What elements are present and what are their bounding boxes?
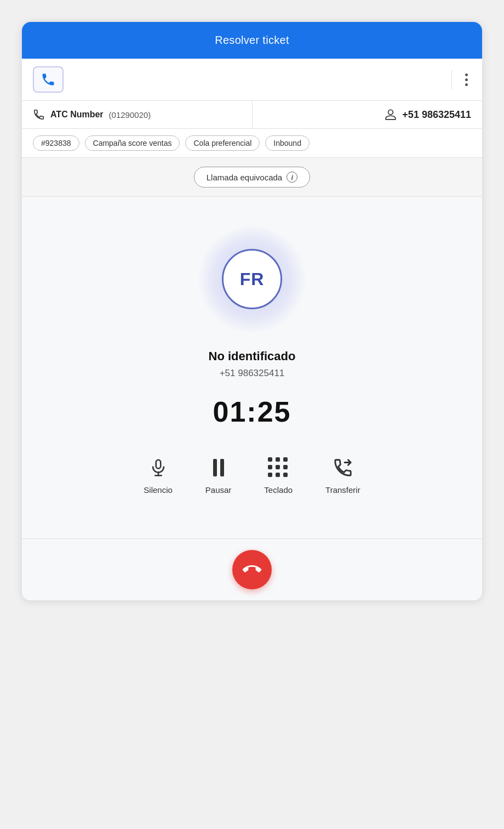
call-area: FR No identificado +51 986325411 01:25: [22, 197, 482, 538]
transfer-icon: [331, 456, 355, 480]
pause-icon: [207, 456, 231, 480]
caller-phone: +51 986325411: [402, 109, 471, 121]
avatar-glow: FR: [197, 224, 307, 334]
phone-icon: [41, 72, 56, 87]
call-timer: 01:25: [213, 395, 291, 428]
wrong-call-row: Llamada equivocada i: [22, 158, 482, 197]
tag-campaign: Campaña score ventas: [85, 135, 180, 151]
call-controls: Silencio Pausar: [33, 456, 471, 495]
atc-section: ATC Number (01290020): [22, 101, 253, 128]
tag-ticket: #923838: [33, 135, 79, 151]
phone-tab-button[interactable]: [33, 66, 64, 93]
phone-handset-icon: [33, 109, 45, 121]
svg-rect-0: [156, 460, 161, 469]
info-icon: i: [287, 172, 297, 183]
wrong-call-label: Llamada equivocada: [207, 173, 282, 182]
more-dot: [465, 83, 468, 86]
atc-number: (01290020): [109, 110, 151, 120]
atc-label: ATC Number: [50, 110, 104, 120]
keypad-control[interactable]: Teclado: [264, 456, 293, 495]
caller-name: No identificado: [209, 349, 296, 364]
mic-icon: [146, 456, 170, 480]
end-call-icon: [243, 560, 261, 579]
transfer-control[interactable]: Transferir: [325, 456, 360, 495]
avatar: FR: [222, 249, 282, 309]
mute-control[interactable]: Silencio: [144, 456, 173, 495]
keypad-icon: [266, 456, 290, 480]
pause-label: Pausar: [205, 485, 232, 495]
pause-control[interactable]: Pausar: [205, 456, 232, 495]
more-dot: [465, 78, 468, 81]
end-call-button[interactable]: [232, 550, 272, 589]
resolve-ticket-button[interactable]: Resolver ticket: [22, 22, 482, 59]
keypad-label: Teclado: [264, 485, 293, 495]
tags-row: #923838 Campaña score ventas Cola prefer…: [22, 129, 482, 158]
caller-number-display: +51 986325411: [220, 368, 285, 379]
more-dot: [465, 73, 468, 76]
tag-inbound: Inbound: [265, 135, 310, 151]
tag-queue: Cola preferencial: [185, 135, 260, 151]
info-row: ATC Number (01290020) +51 986325411: [22, 101, 482, 129]
end-call-area: [22, 538, 482, 600]
caller-section: +51 986325411: [253, 101, 483, 128]
person-icon: [385, 109, 397, 121]
wrong-call-button[interactable]: Llamada equivocada i: [194, 167, 310, 188]
toolbar: [22, 59, 482, 101]
transfer-label: Transferir: [325, 485, 360, 495]
more-options-button[interactable]: [451, 70, 471, 89]
call-card: Resolver ticket ATC Number (01290020): [22, 22, 482, 600]
mute-label: Silencio: [144, 485, 173, 495]
